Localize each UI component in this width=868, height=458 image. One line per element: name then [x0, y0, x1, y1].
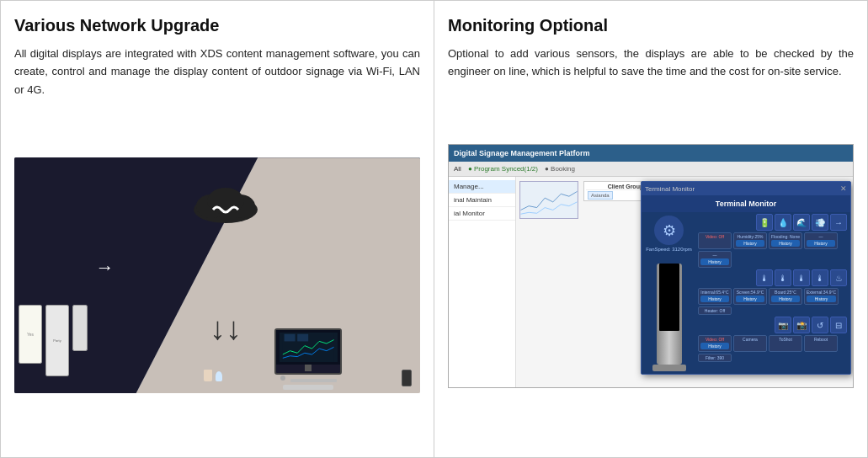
humidity-status: Humidity:25% History — [733, 232, 767, 249]
terminal-monitor-window: Terminal Monitor ✕ Terminal Monitor — [641, 181, 851, 375]
screen-temp: Screen:54.9°C History — [733, 288, 767, 305]
desk-scene — [197, 264, 420, 393]
terminal-bottom-bar: Client Number:Outdoor-75-Shenzhen Data U… — [642, 374, 850, 375]
right-panel-text: Optional to add various sensors, the dis… — [448, 45, 854, 81]
software-sidebar: Manage... inal Maintain ial Monitor — [449, 177, 516, 387]
terminal-titlebar: Terminal Monitor ✕ — [642, 182, 850, 195]
software-chart — [519, 181, 578, 219]
cam2-icon: 📸 — [793, 317, 810, 333]
nav-booking: ● Booking — [545, 165, 575, 173]
cam1-icon: 📷 — [775, 317, 791, 333]
nav-all: All — [454, 165, 461, 173]
arrow-icon: → — [830, 214, 847, 231]
temp2-icon: 🌡 — [775, 269, 791, 286]
reboot-label: Reboot — [804, 335, 838, 352]
terminal-left: ⚙ FanSpeed: 3120rpm — [642, 212, 696, 374]
filter-label: Filter: 390 — [698, 354, 732, 362]
toshot-label: ToShot — [769, 335, 802, 352]
board-history-btn[interactable]: History — [771, 296, 800, 302]
sidebar-manage[interactable]: Manage... — [449, 180, 515, 194]
terminal-title: Terminal Monitor — [645, 185, 695, 193]
svg-rect-5 — [285, 334, 296, 342]
software-title: Digital Signage Management Platform — [454, 149, 590, 157]
svg-rect-6 — [297, 334, 308, 342]
status3-history-btn[interactable]: History — [807, 240, 835, 247]
software-titlebar: Digital Signage Management Platform — [449, 145, 853, 162]
video-off-status: Video: Off History — [698, 335, 732, 352]
heater-status: Heater: Off — [698, 306, 732, 315]
right-panel-title: Monitoring Optional — [448, 14, 854, 36]
heater-icon: ♨ — [830, 269, 847, 286]
left-panel-image: Yes Party → — [14, 107, 420, 444]
status4-history-btn[interactable]: History — [700, 258, 729, 265]
fan-speed: FanSpeed: 3120rpm — [646, 247, 692, 252]
client-value: Asianda — [588, 191, 613, 200]
display-kiosk-1: Yes — [19, 305, 42, 364]
signage-tower-container — [652, 257, 686, 371]
temp1-icon: 🌡 — [756, 269, 773, 286]
monitor-screen — [276, 330, 340, 365]
status4: — History — [698, 251, 732, 268]
arrow-right-icon: → — [95, 257, 114, 279]
monitor-stand — [305, 365, 312, 371]
video-history-btn[interactable]: History — [700, 343, 729, 349]
monitor-content — [280, 333, 337, 362]
terminal-right: 🔋 💧 🌊 💨 → Video: — [696, 212, 850, 374]
temp-icons-row: 🌡 🌡 🌡 🌡 ♨ — [698, 269, 849, 286]
terminal-close-icon[interactable]: ✕ — [840, 184, 847, 193]
wind-icon: 💨 — [812, 214, 828, 231]
signage-screen — [659, 264, 679, 331]
right-panel-image: Digital Signage Management Platform All … — [448, 89, 854, 444]
left-panel: Various Network Upgrade All digital disp… — [1, 1, 434, 457]
display-kiosk-3 — [72, 305, 88, 351]
terminal-content: ⚙ FanSpeed: 3120rpm — [642, 212, 850, 374]
software-main: Client Group Asianda Terminal Monitor ✕ — [516, 177, 853, 387]
software-body: Manage... inal Maintain ial Monitor — [449, 177, 853, 387]
battery-icon: 🔋 — [756, 214, 773, 231]
signage-tower — [657, 264, 682, 365]
svg-point-3 — [207, 188, 244, 215]
sidebar-terminal-maintain[interactable]: inal Maintain — [449, 194, 515, 207]
temp3-icon: 🌡 — [793, 269, 810, 286]
sidebar-terminal-monitor[interactable]: ial Monitor — [449, 207, 515, 221]
monitoring-software-screenshot: Digital Signage Management Platform All … — [448, 144, 854, 388]
monitor — [274, 328, 342, 375]
terminal-header-text: Terminal Monitor — [716, 200, 776, 208]
software-navbar: All ● Program Synced(1/2) ● Booking — [449, 162, 853, 177]
temp4-icon: 🌡 — [812, 269, 828, 286]
flooding-history-btn[interactable]: History — [771, 240, 800, 247]
swim-icon: 🌊 — [793, 214, 810, 231]
camera-icons-row: 📷 📸 ↺ ⊟ — [698, 317, 849, 333]
filter-icon: ⊟ — [830, 317, 847, 333]
reboot-icon: ↺ — [812, 317, 828, 333]
sensor-icons-row: 🔋 💧 🌊 💨 → — [698, 214, 849, 231]
left-panel-title: Various Network Upgrade — [14, 14, 420, 36]
display-kiosk-2: Party — [45, 305, 69, 376]
board-temp: Board:25°C History — [769, 288, 802, 305]
left-panel-text: All digital displays are integrated with… — [14, 45, 420, 99]
temp-status-row: Internal:65.4°C History Screen:54.9°C Hi… — [698, 288, 849, 315]
internal-history-btn[interactable]: History — [700, 296, 729, 302]
terminal-header: Terminal Monitor — [642, 195, 850, 212]
network-upgrade-image: Yes Party → — [14, 157, 420, 393]
humidity-history-btn[interactable]: History — [736, 240, 764, 247]
water-icon: 💧 — [775, 214, 791, 231]
right-panel: Monitoring Optional Optional to add vari… — [434, 1, 867, 457]
internal-temp: Internal:65.4°C History — [698, 288, 732, 305]
external-temp: External:34.9°C History — [804, 288, 839, 305]
cloud-icon — [188, 183, 264, 233]
status-row-1: Video: Off Humidity:25% History Flooding… — [698, 232, 849, 268]
signage-base — [652, 365, 686, 371]
screen-history-btn[interactable]: History — [736, 296, 764, 302]
store-displays: Yes Party — [19, 305, 88, 376]
camera-status-row: Video: Off History Camera ToShot Reboot … — [698, 335, 849, 362]
external-history-btn[interactable]: History — [807, 296, 836, 302]
nav-program: ● Program Synced(1/2) — [468, 165, 538, 173]
flooding-status: Flooding: None History — [769, 232, 802, 249]
fan-icon: ⚙ — [654, 216, 684, 245]
status3: — History — [804, 232, 838, 249]
video-status: Video: Off — [698, 232, 732, 249]
camera-label: Camera — [733, 335, 767, 352]
